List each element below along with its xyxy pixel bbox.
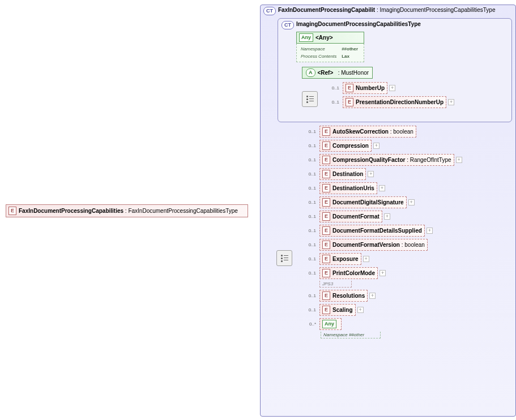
complextype-title: FaxInDocumentProcessingCapabilit : Imagi… xyxy=(278,7,513,15)
complextype-badge: CT xyxy=(282,21,294,29)
schema-child[interactable]: 0..1EDocumentDigitalSignature+ xyxy=(301,196,515,208)
occurrence-label: 0..1 xyxy=(301,293,316,298)
occurrence-label: 0..1 xyxy=(301,228,316,233)
root-element[interactable]: E FaxInDocumentProcessingCapabilities : … xyxy=(6,204,248,217)
child-label: AutoSkewCorrection : boolean xyxy=(332,128,413,135)
complextype-panel-inner: CT ImagingDocumentProcessingCapabilities… xyxy=(278,18,512,122)
sequence-compositor-icon[interactable] xyxy=(302,91,318,107)
schema-child[interactable]: 0..1EPresentationDirectionNumberUp+ xyxy=(325,96,508,108)
any-details: Namespace##otherProcess ContentsLax xyxy=(296,44,364,62)
element-badge: E xyxy=(322,127,330,136)
child-label: PresentationDirectionNumberUp xyxy=(356,99,443,105)
root-element-name: FaxInDocumentProcessingCapabilities : Fa… xyxy=(19,208,238,214)
child-label: Destination xyxy=(332,171,363,177)
schema-child[interactable]: 0..1ECompressionQualityFactor : RangeOfI… xyxy=(301,154,515,166)
element-badge: E xyxy=(346,84,353,92)
any-badge: Any xyxy=(299,33,313,42)
occurrence-label: 0..1 xyxy=(301,200,316,205)
schema-child[interactable]: 0..1EExposure+ xyxy=(301,253,515,265)
complextype-badge: CT xyxy=(263,7,276,15)
child-label: Exposure xyxy=(332,256,359,262)
expand-icon[interactable]: + xyxy=(408,199,415,205)
occurrence-label: 0..1 xyxy=(301,143,316,148)
occurrence-label: 0..1 xyxy=(301,307,316,312)
any-wildcard-block[interactable]: Any <Any> Namespace##otherProcess Conten… xyxy=(296,32,364,62)
schema-child[interactable]: 0..1EResolutions+ xyxy=(301,290,515,302)
expand-icon[interactable]: + xyxy=(368,171,374,177)
expand-icon[interactable]: + xyxy=(357,307,364,313)
expand-icon[interactable]: + xyxy=(373,143,379,149)
occurrence-label: 0..1 xyxy=(325,100,339,105)
inner-complextype-name: ImagingDocumentProcessingCapabilitiesTyp… xyxy=(296,21,421,27)
attribute-badge: A xyxy=(306,68,315,77)
complextype-panel-main: CT FaxInDocumentProcessingCapabilit : Im… xyxy=(260,5,516,417)
element-badge: E xyxy=(322,241,330,249)
expand-icon[interactable]: + xyxy=(369,293,376,299)
schema-child[interactable]: 0..1EDocumentFormatVersion : boolean xyxy=(301,239,515,251)
any-badge: Any xyxy=(322,320,336,328)
schema-child[interactable]: 0..1EDestinationUris+ xyxy=(301,182,515,194)
any-annotation: Namespace ##other xyxy=(321,332,381,338)
schema-child[interactable]: 0..1EDocumentFormatDetailsSupplied+ xyxy=(301,225,515,237)
any-label: <Any> xyxy=(315,35,333,41)
expand-icon[interactable]: + xyxy=(384,213,390,220)
occurrence-label: 0..1 xyxy=(301,271,316,276)
child-label: PrintColorMode xyxy=(332,270,375,276)
element-badge: E xyxy=(322,142,330,150)
expand-icon[interactable]: + xyxy=(389,85,395,91)
occurrence-label: 0..1 xyxy=(301,214,316,219)
schema-child[interactable]: 0..1EScaling+ xyxy=(301,304,515,316)
element-badge: E xyxy=(322,184,330,192)
expand-icon[interactable]: + xyxy=(456,157,462,163)
child-annotation: JPS3 xyxy=(319,281,352,288)
schema-child[interactable]: 0..*Any xyxy=(301,318,515,330)
child-label: NumberUp xyxy=(356,85,385,91)
attribute-ref-label: <Ref> : MustHonor xyxy=(318,70,369,76)
occurrence-label: 0..1 xyxy=(301,186,316,191)
expand-icon[interactable]: + xyxy=(427,228,433,234)
occurrence-label: 0..1 xyxy=(301,157,316,162)
element-badge: E xyxy=(322,212,330,221)
child-label: CompressionQualityFactor : RangeOfIntTyp… xyxy=(332,157,451,163)
element-badge: E xyxy=(322,198,330,207)
child-label: DocumentFormat xyxy=(332,213,379,220)
occurrence-label: 0..1 xyxy=(301,242,316,247)
element-badge: E xyxy=(322,226,330,235)
element-badge: E xyxy=(322,156,330,164)
child-label: Scaling xyxy=(332,307,353,313)
element-badge: E xyxy=(322,306,330,314)
inner-complextype-header[interactable]: CT ImagingDocumentProcessingCapabilities… xyxy=(282,21,508,29)
element-badge: E xyxy=(322,269,330,277)
element-badge: E xyxy=(346,98,353,106)
child-label: DestinationUris xyxy=(332,185,374,191)
attribute-ref[interactable]: A <Ref> : MustHonor xyxy=(302,67,373,79)
sequence-compositor-icon[interactable] xyxy=(276,250,292,266)
expand-icon[interactable]: + xyxy=(379,270,386,276)
schema-child[interactable]: 0..1ENumberUp+ xyxy=(325,82,508,94)
element-badge: E xyxy=(322,292,330,300)
occurrence-label: 0..* xyxy=(301,322,316,327)
child-label: DocumentDigitalSignature xyxy=(332,199,404,205)
occurrence-label: 0..1 xyxy=(325,85,339,91)
element-badge: E xyxy=(322,255,330,263)
element-badge: E xyxy=(8,207,16,215)
child-label: DocumentFormatVersion : boolean xyxy=(332,242,425,248)
expand-icon[interactable]: + xyxy=(448,99,454,105)
expand-icon[interactable]: + xyxy=(379,185,385,191)
expand-icon[interactable]: + xyxy=(363,256,369,262)
schema-child[interactable]: 0..1EDestination+ xyxy=(301,168,515,180)
schema-child[interactable]: 0..1EPrintColorMode+ xyxy=(301,267,515,279)
complextype-header[interactable]: CT FaxInDocumentProcessingCapabilit : Im… xyxy=(261,5,515,17)
child-label: DocumentFormatDetailsSupplied xyxy=(332,228,422,234)
child-label: Compression xyxy=(332,143,369,149)
occurrence-label: 0..1 xyxy=(301,256,316,262)
child-label: Resolutions xyxy=(332,293,365,299)
schema-child[interactable]: 0..1EAutoSkewCorrection : boolean xyxy=(301,126,515,138)
occurrence-label: 0..1 xyxy=(301,129,316,134)
occurrence-label: 0..1 xyxy=(301,172,316,177)
element-badge: E xyxy=(322,170,330,178)
schema-child[interactable]: 0..1ECompression+ xyxy=(301,140,515,152)
schema-child[interactable]: 0..1EDocumentFormat+ xyxy=(301,211,515,222)
